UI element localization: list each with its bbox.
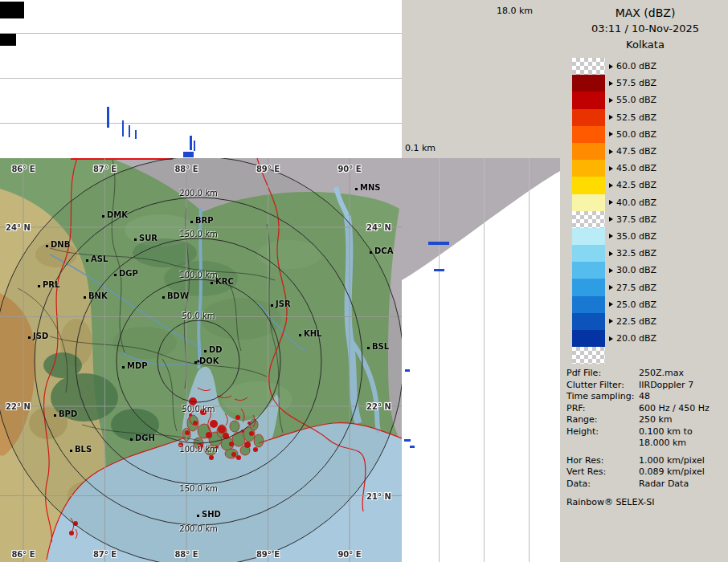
legend-row: 40.0 dBZ xyxy=(572,194,656,211)
radar-echo xyxy=(69,531,74,536)
legend-label: 20.0 dBZ xyxy=(609,333,656,344)
axis-label-box xyxy=(0,2,24,18)
metadata-value: 0.100 km to 18.000 km xyxy=(639,426,693,450)
radar-echo xyxy=(249,431,254,436)
radar-echo xyxy=(193,421,198,426)
radar-echo xyxy=(235,415,240,420)
color-scale: 60.0 dBZ57.5 dBZ55.0 dBZ52.5 dBZ50.0 dBZ… xyxy=(572,58,656,364)
legend-row xyxy=(572,347,656,364)
legend-label: 42.5 dBZ xyxy=(609,180,656,190)
metadata-key: Range: xyxy=(566,414,639,426)
legend-swatch xyxy=(572,228,605,245)
legend-label: 35.0 dBZ xyxy=(609,231,656,242)
metadata-row: Data:Radar Data xyxy=(566,479,727,491)
metadata-row: Clutter Filter:IIRDoppler 7 xyxy=(566,380,727,392)
radar-echo xyxy=(229,442,234,446)
radar-echo xyxy=(209,455,214,460)
legend-label: 30.0 dBZ xyxy=(609,265,656,275)
height-gridline xyxy=(484,158,485,562)
radar-echo xyxy=(185,430,190,435)
timestamp: 03:11 / 10-Nov-2025 xyxy=(562,21,728,37)
legend-label: 52.5 dBZ xyxy=(609,112,656,123)
metadata-key: Height: xyxy=(566,426,639,450)
legend-label: 50.0 dBZ xyxy=(609,129,656,140)
legend-swatch xyxy=(572,296,605,313)
legend-label: 45.0 dBZ xyxy=(609,163,656,173)
echo-profile-mark xyxy=(405,369,410,372)
legend-row: 25.0 dBZ xyxy=(572,296,656,313)
legend-value: 32.5 dBZ xyxy=(616,248,656,259)
radar-echo xyxy=(218,426,226,434)
legend-label: 55.0 dBZ xyxy=(609,95,656,105)
range-circle-tint xyxy=(0,158,402,562)
legend-value: 57.5 dBZ xyxy=(616,78,656,88)
metadata-row: Pdf File:250Z.max xyxy=(566,368,727,380)
metadata-row: Range:250 km xyxy=(566,414,727,426)
echo-profile-mark xyxy=(122,120,124,136)
echo-profile-mark xyxy=(183,152,194,157)
legend-value: 20.0 dBZ xyxy=(616,333,656,344)
metadata-key: Data: xyxy=(566,479,639,491)
legend-value: 35.0 dBZ xyxy=(616,231,656,242)
legend-swatch xyxy=(572,279,605,295)
metadata-key: Vert Res: xyxy=(566,466,639,479)
legend-swatch xyxy=(572,75,605,92)
metadata-value: 250 km xyxy=(639,414,673,426)
legend-row: 32.5 dBZ xyxy=(572,245,656,262)
side-projection-panel xyxy=(402,158,560,562)
echo-profile-mark xyxy=(194,140,195,151)
metadata-key: Pdf File: xyxy=(566,368,639,380)
metadata-row: Vert Res:0.089 km/pixel xyxy=(566,466,727,479)
top-projection-panel xyxy=(0,0,402,158)
legend-swatch xyxy=(572,211,605,228)
legend-swatch xyxy=(572,109,605,126)
radar-echo xyxy=(231,452,236,457)
metadata-row: PRF:600 Hz / 450 Hz xyxy=(566,403,727,415)
legend-value: 40.0 dBZ xyxy=(616,198,656,208)
echo-profile-mark xyxy=(135,130,137,139)
legend-value: 22.5 dBZ xyxy=(616,316,656,327)
radar-echo xyxy=(210,420,218,428)
legend-value: 47.5 dBZ xyxy=(616,146,656,157)
metadata-row: Height:0.100 km to 18.000 km xyxy=(566,426,727,450)
legend-value: 50.0 dBZ xyxy=(616,129,656,140)
legend-tick-icon xyxy=(609,64,613,69)
radar-echo xyxy=(200,409,207,415)
legend-value: 25.0 dBZ xyxy=(616,299,656,310)
legend-value: 30.0 dBZ xyxy=(616,265,656,275)
legend-value: 52.5 dBZ xyxy=(616,112,656,123)
height-gridline xyxy=(0,123,402,124)
radar-echo xyxy=(178,442,183,447)
legend-tick-icon xyxy=(609,200,613,205)
legend-value: 60.0 dBZ xyxy=(616,61,656,71)
height-min-label: 0.1 km xyxy=(405,143,436,153)
legend-value: 27.5 dBZ xyxy=(616,283,656,293)
metadata-group-1: Pdf File:250Z.maxClutter Filter:IIRDoppl… xyxy=(566,368,727,450)
legend-tick-icon xyxy=(609,132,613,136)
legend-row: 47.5 dBZ xyxy=(572,143,656,160)
legend-swatch xyxy=(572,58,605,75)
legend-row: 55.0 dBZ xyxy=(572,92,656,108)
legend-label: 25.0 dBZ xyxy=(609,299,656,310)
legend-row: 22.5 dBZ xyxy=(572,313,656,330)
legend-label: 57.5 dBZ xyxy=(609,78,656,88)
map-artwork xyxy=(0,158,402,562)
legend-row: 35.0 dBZ xyxy=(572,228,656,245)
metadata-value: IIRDoppler 7 xyxy=(639,380,693,392)
axis-label-box xyxy=(0,34,16,46)
radar-display-window: 86° E86° E87° E87° E88° E88° E89° E89° E… xyxy=(0,0,728,562)
height-gridline xyxy=(529,158,530,562)
legend-tick-icon xyxy=(609,149,613,154)
metadata-value: Radar Data xyxy=(639,479,689,491)
legend-value: 55.0 dBZ xyxy=(616,95,656,105)
legend-tick-icon xyxy=(609,268,613,273)
software-brand: Rainbow® SELEX-SI xyxy=(566,497,727,507)
legend-label: 32.5 dBZ xyxy=(609,248,656,259)
legend-row: 27.5 dBZ xyxy=(572,279,656,295)
legend-tick-icon xyxy=(609,285,613,290)
legend-swatch xyxy=(572,347,605,364)
legend-row: 30.0 dBZ xyxy=(572,262,656,279)
echo-profile-mark xyxy=(107,107,109,128)
legend-value: 45.0 dBZ xyxy=(616,163,656,173)
metadata-key: PRF: xyxy=(566,403,639,415)
